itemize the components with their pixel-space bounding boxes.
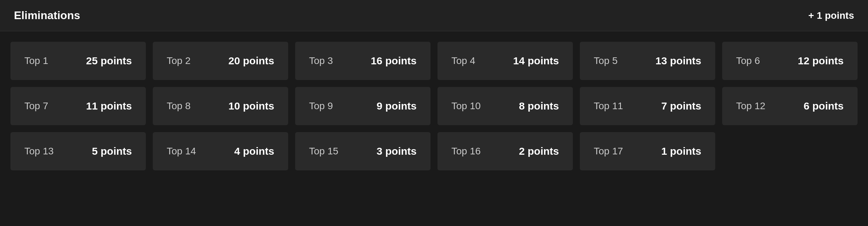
cell-label-14: Top 14 <box>167 146 196 157</box>
cell-points-15: 3 points <box>377 145 417 157</box>
header-bonus: + 1 points <box>808 10 854 21</box>
grid-cell-5: Top 513 points <box>580 42 715 80</box>
grid-row-3: Top 135 pointsTop 144 pointsTop 153 poin… <box>10 132 858 170</box>
cell-label-6: Top 6 <box>736 55 760 66</box>
grid-cell-1: Top 125 points <box>10 42 146 80</box>
cell-label-9: Top 9 <box>309 100 333 112</box>
grid-cell-2: Top 220 points <box>153 42 288 80</box>
cell-points-4: 14 points <box>513 55 559 67</box>
grid-cell-8: Top 810 points <box>153 87 288 125</box>
cell-points-1: 25 points <box>86 55 132 67</box>
header-bar: Eliminations + 1 points <box>0 0 868 31</box>
cell-label-5: Top 5 <box>594 55 618 66</box>
grid-cell-11: Top 117 points <box>580 87 715 125</box>
cell-points-16: 2 points <box>519 145 559 157</box>
grid-cell-3: Top 316 points <box>295 42 431 80</box>
grid-cell-7: Top 711 points <box>10 87 146 125</box>
cell-points-5: 13 points <box>655 55 701 67</box>
points-grid: Top 125 pointsTop 220 pointsTop 316 poin… <box>0 31 868 181</box>
cell-label-15: Top 15 <box>309 146 338 157</box>
grid-row-1: Top 125 pointsTop 220 pointsTop 316 poin… <box>10 42 858 80</box>
cell-label-12: Top 12 <box>736 100 765 112</box>
grid-row-2: Top 711 pointsTop 810 pointsTop 99 point… <box>10 87 858 125</box>
grid-cell-10: Top 108 points <box>437 87 573 125</box>
grid-cell-4: Top 414 points <box>437 42 573 80</box>
cell-label-13: Top 13 <box>24 146 54 157</box>
cell-points-12: 6 points <box>804 100 844 112</box>
cell-points-8: 10 points <box>228 100 274 112</box>
grid-cell-12: Top 126 points <box>722 87 858 125</box>
cell-points-7: 11 points <box>86 100 132 112</box>
cell-label-1: Top 1 <box>24 55 48 66</box>
cell-points-6: 12 points <box>798 55 844 67</box>
grid-cell-9: Top 99 points <box>295 87 431 125</box>
grid-cell-14: Top 144 points <box>153 132 288 170</box>
cell-points-13: 5 points <box>92 145 132 157</box>
grid-cell-13: Top 135 points <box>10 132 146 170</box>
cell-label-7: Top 7 <box>24 100 48 112</box>
grid-cell-16: Top 162 points <box>437 132 573 170</box>
cell-points-14: 4 points <box>234 145 274 157</box>
cell-label-17: Top 17 <box>594 146 623 157</box>
cell-points-11: 7 points <box>661 100 701 112</box>
cell-label-10: Top 10 <box>451 100 481 112</box>
grid-cell-17: Top 171 points <box>580 132 715 170</box>
grid-cell-15: Top 153 points <box>295 132 431 170</box>
grid-cell-6: Top 612 points <box>722 42 858 80</box>
cell-label-2: Top 2 <box>167 55 191 66</box>
cell-points-9: 9 points <box>377 100 417 112</box>
cell-label-3: Top 3 <box>309 55 333 66</box>
cell-points-17: 1 points <box>661 145 701 157</box>
cell-points-10: 8 points <box>519 100 559 112</box>
cell-label-11: Top 11 <box>594 100 623 112</box>
cell-label-16: Top 16 <box>451 146 481 157</box>
cell-points-3: 16 points <box>371 55 417 67</box>
cell-points-2: 20 points <box>228 55 274 67</box>
cell-label-4: Top 4 <box>451 55 475 66</box>
header-title: Eliminations <box>14 9 80 22</box>
cell-label-8: Top 8 <box>167 100 191 112</box>
